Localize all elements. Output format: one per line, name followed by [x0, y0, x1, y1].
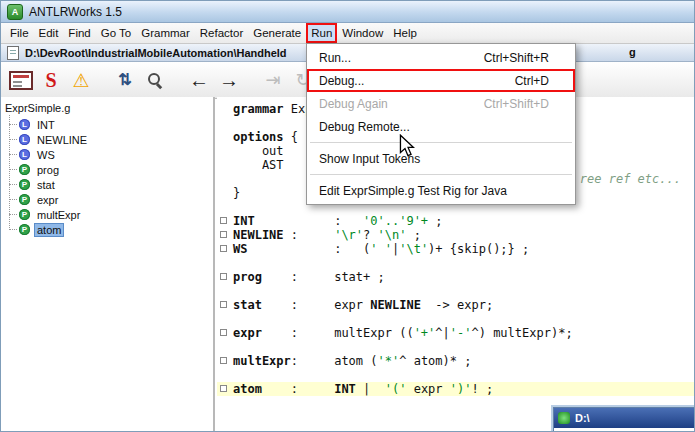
code-segment: ^ atom)* ;	[399, 354, 471, 368]
code-segment: AST	[233, 158, 284, 172]
rule-fold-square[interactable]	[220, 357, 227, 364]
menu-item-run[interactable]: Run...Ctrl+Shift+R	[307, 46, 575, 69]
editor-line[interactable]	[217, 340, 694, 354]
code-segment: :	[291, 354, 334, 368]
code-segment: INT	[334, 382, 356, 396]
tree-item-label: prog	[35, 164, 61, 176]
tree-item-newline[interactable]: LNEWLINE	[1, 132, 213, 147]
code-segment: NEWLINE	[370, 298, 421, 312]
rule-fold-square[interactable]	[220, 329, 227, 336]
menu-item-show-input-tokens[interactable]: Show Input Tokens	[307, 147, 575, 170]
menu-item-shortcut: Ctrl+Shift+R	[484, 51, 549, 65]
back-icon[interactable]: ←	[185, 66, 213, 94]
code-segment: atom (	[334, 354, 377, 368]
menu-separator	[310, 174, 572, 175]
menu-item-shortcut: Ctrl+Shift+D	[484, 97, 549, 111]
editor-line[interactable]: INT : '0'..'9'+ ;	[217, 214, 694, 228]
search-icon[interactable]	[141, 66, 169, 94]
tree-item-multexpr[interactable]: PmultExpr	[1, 207, 213, 222]
tree-item-expr[interactable]: Pexpr	[1, 192, 213, 207]
document-path-fragment: g	[629, 46, 636, 58]
code-segment: expr	[233, 326, 262, 340]
code-segment: options	[233, 130, 284, 144]
code-segment: multExpr ((	[334, 326, 413, 340]
editor-line[interactable]: multExpr: atom ('*'^ atom)* ;	[217, 354, 694, 368]
background-window-titlebar[interactable]: D:\	[554, 408, 695, 428]
menu-item-debug-again: Debug AgainCtrl+Shift+D	[307, 92, 575, 115]
code-segment: ! ;	[471, 382, 493, 396]
rule-fold-square[interactable]	[220, 231, 227, 238]
rules-panel: ExprSimple.g LINTLNEWLINELWSPprogPstatPe…	[1, 97, 215, 431]
menu-item-debug[interactable]: Debug...Ctrl+D	[307, 69, 575, 92]
tree-item-ws[interactable]: LWS	[1, 147, 213, 162]
window-title: ANTLRWorks 1.5	[29, 5, 122, 19]
menubar-item-edit[interactable]: Edit	[34, 23, 64, 43]
menubar-item-help[interactable]: Help	[388, 23, 422, 43]
sort-rules-icon[interactable]: ⇅	[111, 66, 139, 94]
tree-item-label: multExpr	[35, 209, 82, 221]
code-segment: }	[233, 186, 240, 200]
menu-item-label: Debug...	[319, 74, 499, 88]
background-window[interactable]: D:\	[553, 407, 695, 432]
tree-item-int[interactable]: LINT	[1, 117, 213, 132]
warnings-icon[interactable]: ⚠	[67, 66, 95, 94]
menu-item-label: Debug Again	[319, 97, 468, 111]
tree-item-stat[interactable]: Pstat	[1, 177, 213, 192]
menubar-item-file[interactable]: File	[5, 23, 34, 43]
menu-item-label: Debug Remote...	[319, 120, 533, 134]
editor-line[interactable]: NEWLINE : '\r'? '\n' ;	[217, 228, 694, 242]
menu-item-debug-remote[interactable]: Debug Remote...	[307, 115, 575, 138]
code-segment: ^) multExpr)*;	[471, 326, 572, 340]
code-segment: '*'	[378, 354, 400, 368]
menu-item-label: Run...	[319, 51, 468, 65]
app-icon[interactable]: A	[7, 4, 23, 20]
code-segment: '\r'	[334, 228, 363, 242]
menubar-item-generate[interactable]: Generate	[248, 23, 306, 43]
code-segment: '0'..'9'+	[363, 214, 428, 228]
menu-item-label: Show Input Tokens	[319, 152, 533, 166]
editor-line[interactable]: atom : INT | '(' expr ')'! ;	[217, 382, 694, 396]
code-segment: NEWLINE	[233, 228, 284, 242]
forward-icon[interactable]: →	[215, 66, 243, 94]
menu-item-edit-exprsimple-g-test-rig-for-java[interactable]: Edit ExprSimple.g Test Rig for Java	[307, 179, 575, 202]
code-segment: INT	[233, 214, 255, 228]
editor-line[interactable]: prog : stat+ ;	[217, 270, 694, 284]
code-segment: {	[284, 130, 298, 144]
tree-item-atom[interactable]: Patom	[1, 222, 213, 237]
lexer-rule-icon: L	[19, 119, 30, 130]
tree-item-label: INT	[35, 119, 57, 131]
syntax-diagram-icon[interactable]	[7, 66, 35, 94]
parser-rule-icon: P	[19, 164, 30, 175]
rule-fold-square[interactable]	[220, 273, 227, 280]
lexer-rule-icon: L	[19, 134, 30, 145]
code-segment: -> expr;	[421, 298, 493, 312]
editor-line[interactable]	[217, 312, 694, 326]
editor-line[interactable]: WS : (' '|'\t')+ {skip();} ;	[217, 242, 694, 256]
code-segment: :	[262, 270, 334, 284]
code-segment: stat	[233, 298, 262, 312]
menu-separator	[310, 142, 572, 143]
code-segment: prog	[233, 270, 262, 284]
rule-fold-square[interactable]	[220, 385, 227, 392]
editor-line[interactable]: expr : multExpr (('+'^|'-'^) multExpr)*;	[217, 326, 694, 340]
rule-fold-square[interactable]	[220, 217, 227, 224]
code-segment: multExpr	[233, 354, 291, 368]
generate-code-icon[interactable]: S	[37, 66, 65, 94]
menubar-item-grammar[interactable]: Grammar	[136, 23, 195, 43]
editor-line[interactable]: stat : expr NEWLINE -> expr;	[217, 298, 694, 312]
tree-item-prog[interactable]: Pprog	[1, 162, 213, 177]
menubar-item-find[interactable]: Find	[63, 23, 95, 43]
editor-line[interactable]	[217, 256, 694, 270]
menubar-item-run[interactable]: Run	[306, 23, 337, 43]
code-segment: )+ {skip();} ;	[428, 242, 529, 256]
rule-tree: LINTLNEWLINELWSPprogPstatPexprPmultExprP…	[1, 117, 213, 237]
editor-line[interactable]	[217, 368, 694, 382]
rule-fold-square[interactable]	[220, 301, 227, 308]
rule-fold-square[interactable]	[220, 245, 227, 252]
menubar-item-go-to[interactable]: Go To	[96, 23, 136, 43]
editor-line[interactable]	[217, 284, 694, 298]
grammar-file-node[interactable]: ExprSimple.g	[1, 97, 213, 117]
menubar-item-window[interactable]: Window	[337, 23, 388, 43]
code-segment: ^|	[435, 326, 449, 340]
menubar-item-refactor[interactable]: Refactor	[195, 23, 248, 43]
